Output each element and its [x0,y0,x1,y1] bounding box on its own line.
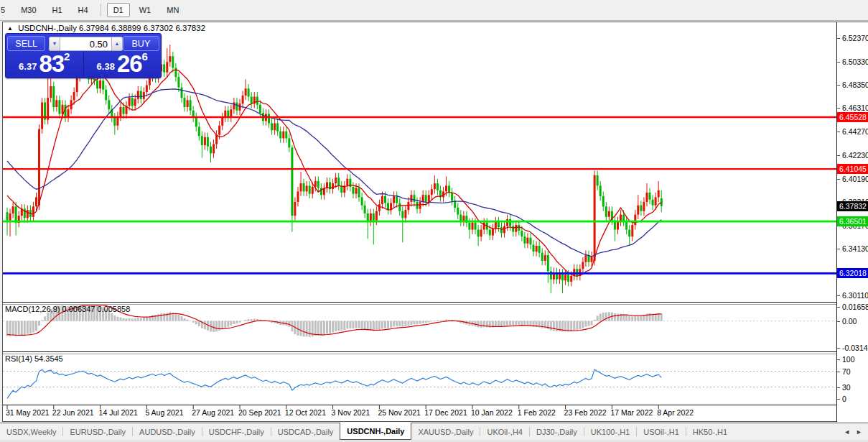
axis-tick [837,321,840,322]
macd-axis-label: 0.016586 [842,303,868,311]
tab-scroll-right-icon[interactable]: ► [856,428,862,436]
timeframe-button-mn[interactable]: MN [160,3,185,17]
bid-price-prefix: 6.37 [19,59,37,75]
toolbar-separator [101,4,101,17]
timeframe-button-m30[interactable]: M30 [14,3,42,17]
collapse-chart-icon[interactable]: ▲ [7,25,13,32]
axis-tick [837,38,840,39]
price-badge-6.32018: 6.32018 [837,268,868,278]
chart-window: 31 May 202122 Jun 202114 Jul 20215 Aug 2… [2,22,868,422]
price-axis-label: 6.40190 [842,175,868,183]
timeframe-button-d1[interactable]: D1 [107,3,130,17]
symbol-tab-eurusd-daily[interactable]: EURUSD-,Daily [63,423,132,440]
symbol-tab-xauusd-daily[interactable]: XAUUSD-,Daily [411,423,480,440]
date-tick-label: 31 May 2021 [6,408,50,417]
symbol-tab-dj30-daily[interactable]: DJ30-,Daily [530,423,584,440]
rsi-panel[interactable] [3,354,836,405]
axis-tick [837,179,840,180]
date-tick-label: 17 Mar 2022 [610,408,653,417]
symbol-tab-usdchf-daily[interactable]: USDCHF-,Daily [202,423,271,440]
ask-price-pip: 6 [142,52,148,61]
date-tick-label: 8 Apr 2022 [657,408,694,417]
rsi-axis-label: 70 [842,367,851,376]
axis-tick [837,399,840,400]
price-badge-6.45528: 6.45528 [837,112,868,122]
volume-input[interactable]: 0.50 [60,37,111,51]
price-axis-label: 6.46310 [842,103,868,112]
timeframe-button-5[interactable]: 5 [0,3,11,17]
axis-tick [837,372,840,372]
chart-title: ▲ USDCNH-,Daily 6.37984 6.38899 6.37302 … [7,24,205,32]
ohlc-low: 6.37302 [144,24,174,32]
price-badge-6.37832: 6.37832 [837,201,868,211]
bid-price-main: 83 [39,53,64,75]
price-axis-label: 6.48350 [842,80,868,89]
timeframe-button-h1[interactable]: H1 [46,3,69,17]
rsi-axis-label: 0 [842,395,846,403]
price-badge-6.36501: 6.36501 [837,216,868,226]
date-tick-label: 27 Aug 2021 [192,408,234,417]
price-axis-label: 6.50330 [842,57,868,66]
timeframe-button-w1[interactable]: W1 [133,3,158,17]
axis-tick [837,132,840,132]
axis-tick [837,307,840,308]
price-axis[interactable]: 6.523706.503306.483506.463106.442706.422… [836,22,868,422]
date-axis: 31 May 202122 Jun 202114 Jul 20215 Aug 2… [3,405,836,421]
price-axis-label: 6.34130 [842,244,868,253]
price-axis-label: 6.42230 [842,151,868,160]
symbol-tab-usdcad-daily[interactable]: USDCAD-,Daily [271,423,340,440]
volume-decrease-button[interactable]: ▼ [49,37,60,51]
rsi-axis-label: 30 [842,383,851,392]
symbol-tab-ukoil-h4[interactable]: UKOil-,H4 [480,423,529,440]
ask-price[interactable]: 6.38 26 6 [84,52,162,76]
axis-tick [837,295,840,296]
symbol-tab-usdcnh-daily[interactable]: USDCNH-,Daily [340,423,411,440]
price-badge-6.41045: 6.41045 [837,164,868,174]
date-tick-label: 17 Dec 2021 [424,408,467,417]
buy-button[interactable]: BUY [123,36,159,51]
symbol-tab-bar: USDX,WeeklyEURUSD-,DailyAUDUSD-,DailyUSD… [0,423,868,440]
date-tick-label: 3 Nov 2021 [332,408,370,417]
sell-button[interactable]: SELL [7,36,45,51]
symbol-tab-audusd-daily[interactable]: AUDUSD-,Daily [133,423,202,440]
date-tick-label: 1 Feb 2022 [518,408,556,417]
macd-axis-label: -0.031421 [842,344,868,352]
ask-price-prefix: 6.38 [97,59,115,75]
axis-tick [837,108,840,109]
date-tick-label: 22 Jun 2021 [52,408,94,417]
timeframe-button-h4[interactable]: H4 [72,3,95,17]
date-tick-label: 14 Jul 2021 [99,408,138,417]
rsi-axis-label: 100 [842,355,855,364]
volume-increase-button[interactable]: ▲ [111,37,123,51]
tab-scroll-left-icon[interactable]: ◄ [844,428,850,436]
macd-axis-label: 0.00 [842,317,857,326]
axis-tick [837,348,840,349]
timeframe-toolbar: 5M30H1H4D1W1MN [0,0,868,21]
price-axis-label: 6.44270 [842,127,868,136]
one-click-trade-panel: SELL ▼ 0.50 ▲ BUY 6.37 83 2 6.38 26 6 [5,33,162,78]
date-tick-label: 10 Jan 2022 [471,408,513,417]
symbol-tab-usdx-weekly[interactable]: USDX,Weekly [0,423,62,440]
axis-tick [837,387,840,388]
symbol-tab-hk50-h1[interactable]: HK50-,H1 [686,423,734,440]
rsi-label: RSI(14) 54.3545 [5,354,63,363]
ohlc-open: 6.37984 [79,24,109,32]
bid-price[interactable]: 6.37 83 2 [6,52,84,76]
macd-label: MACD(12,26,9) 0.006347 0.005858 [5,305,130,313]
bid-price-pip: 2 [64,52,70,61]
axis-tick [837,249,840,249]
symbol-tab-usoil-h1[interactable]: USOil-,H1 [637,423,686,440]
date-tick-label: 20 Sep 2021 [238,408,281,417]
chart-symbol-label: USDCNH-,Daily [18,24,77,32]
ask-price-main: 26 [117,53,142,75]
price-axis-label: 6.52370 [842,34,868,42]
axis-tick [837,85,840,86]
date-tick-label: 5 Aug 2021 [145,408,183,417]
price-axis-label: 6.30110 [842,291,868,300]
symbol-tab-uk100-h1[interactable]: UK100-,H1 [584,423,636,440]
ohlc-close: 6.37832 [175,24,205,32]
axis-tick [837,62,840,63]
ohlc-high: 6.38899 [111,24,141,32]
date-tick-label: 25 Nov 2021 [378,408,421,417]
date-tick-label: 12 Oct 2021 [285,408,326,417]
